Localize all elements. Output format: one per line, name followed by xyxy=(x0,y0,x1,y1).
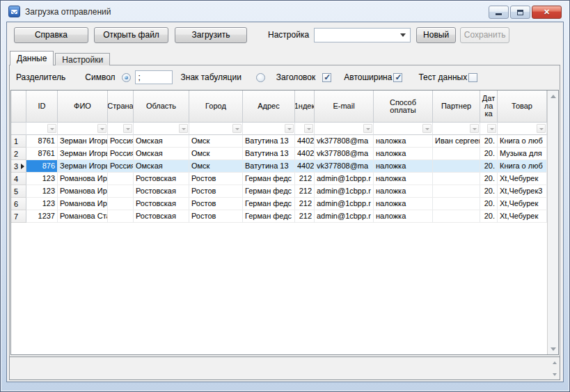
grid-cell[interactable]: 44022 xyxy=(295,135,315,148)
grid-cell[interactable]: Xt,Чебурек3 xyxy=(498,185,547,198)
grid-vscrollbar[interactable] xyxy=(547,91,558,354)
filter-cell[interactable] xyxy=(498,123,547,135)
filter-cell[interactable] xyxy=(315,123,374,135)
row-header[interactable]: 4 xyxy=(11,173,26,185)
filter-dropdown-button[interactable] xyxy=(363,124,372,133)
row-header[interactable]: 2 xyxy=(11,148,26,160)
grid-cell[interactable]: Герман федс xyxy=(243,185,295,198)
filter-cell[interactable] xyxy=(243,123,295,135)
grid-cell[interactable]: Ростовская xyxy=(134,185,189,198)
grid-cell[interactable]: Омск xyxy=(189,160,243,173)
tab-char-radio[interactable] xyxy=(256,73,265,82)
scroll-up-button[interactable] xyxy=(548,91,558,102)
grid-cell[interactable]: Россия xyxy=(108,135,134,148)
grid-cell[interactable]: Романова Ири xyxy=(58,185,108,198)
grid-cell[interactable]: 20. xyxy=(480,160,498,173)
grid-cell[interactable]: Романова Ири xyxy=(58,198,108,210)
filter-cell[interactable] xyxy=(374,123,433,135)
grid-cell[interactable]: Ростов xyxy=(189,198,243,210)
grid-cell[interactable]: Xt,Чебурек xyxy=(498,173,547,185)
grid-cell[interactable]: 8761 xyxy=(26,135,58,148)
row-header[interactable]: 1 xyxy=(11,135,26,148)
grid-cell[interactable]: Герман федс xyxy=(243,198,295,210)
grid-cell[interactable]: vk377808@ma xyxy=(315,160,374,173)
grid-cell[interactable]: Зерман Игорь xyxy=(58,148,108,160)
filter-cell[interactable] xyxy=(189,123,243,135)
column-header[interactable]: Страна xyxy=(108,91,134,123)
grid-cell[interactable] xyxy=(433,210,480,223)
save-button[interactable]: Сохранить xyxy=(460,27,509,43)
grid-cell[interactable]: 20. xyxy=(480,210,498,223)
grid-cell[interactable]: Романова Ири xyxy=(58,173,108,185)
grid-cell[interactable]: 20. xyxy=(480,198,498,210)
grid-cell[interactable]: Россия xyxy=(108,148,134,160)
column-header[interactable]: E-mail xyxy=(315,91,374,123)
grid-cell[interactable]: admin@1cbpp.r xyxy=(315,173,374,185)
grid-cell[interactable]: 876 xyxy=(26,160,58,173)
log-scroll-down-button[interactable] xyxy=(549,370,560,378)
column-header[interactable]: Дат ла ка xyxy=(480,91,498,123)
settings-combobox[interactable] xyxy=(314,28,411,42)
grid-cell[interactable]: 212 xyxy=(295,198,315,210)
grid-cell[interactable]: Омск xyxy=(189,148,243,160)
grid-cell[interactable]: Ростовская xyxy=(134,210,189,223)
grid-cell[interactable]: наложка xyxy=(374,173,433,185)
grid-cell[interactable]: Ростов xyxy=(189,210,243,223)
row-header[interactable]: 7 xyxy=(11,210,26,223)
filter-cell[interactable] xyxy=(26,123,58,135)
grid-cell[interactable] xyxy=(433,173,480,185)
grid-cell[interactable] xyxy=(108,210,134,223)
filter-dropdown-button[interactable] xyxy=(47,124,56,133)
grid-cell[interactable]: Герман федс xyxy=(243,210,295,223)
filter-dropdown-button[interactable] xyxy=(422,124,432,133)
filter-cell[interactable] xyxy=(480,123,498,135)
grid-cell[interactable] xyxy=(433,148,480,160)
column-header[interactable]: Адрес xyxy=(243,91,295,123)
grid-cell[interactable] xyxy=(108,185,134,198)
grid-cell[interactable]: Россия xyxy=(108,160,134,173)
grid-cell[interactable]: Ватутина 13 xyxy=(243,148,295,160)
filter-cell[interactable] xyxy=(58,123,108,135)
grid-cell[interactable]: наложка xyxy=(374,135,433,148)
grid-cell[interactable]: 123 xyxy=(26,173,58,185)
help-button[interactable]: Справка xyxy=(14,27,88,43)
column-header[interactable]: ID xyxy=(26,91,58,123)
grid-cell[interactable]: Романова Ста xyxy=(58,210,108,223)
grid-cell[interactable]: Ростов xyxy=(189,173,243,185)
grid-cell[interactable] xyxy=(108,198,134,210)
grid-cell[interactable]: наложка xyxy=(374,198,433,210)
column-header[interactable]: 1ндек xyxy=(295,91,315,123)
filter-cell[interactable] xyxy=(295,123,315,135)
grid-cell[interactable]: Xt,Чебурек xyxy=(498,198,547,210)
filter-dropdown-button[interactable] xyxy=(304,124,313,133)
tab-dannye[interactable]: Данные xyxy=(10,51,54,65)
filter-cell[interactable] xyxy=(134,123,189,135)
grid-cell[interactable]: Книга о люб xyxy=(498,160,547,173)
grid-cell[interactable] xyxy=(433,160,480,173)
grid-cell[interactable]: Зерман Игорь xyxy=(58,160,108,173)
testdata-checkbox[interactable] xyxy=(468,73,477,82)
minimize-button[interactable] xyxy=(489,6,509,19)
grid-cell[interactable]: 212 xyxy=(295,173,315,185)
grid-cell[interactable]: наложка xyxy=(374,148,433,160)
row-header[interactable]: 6 xyxy=(11,198,26,210)
scroll-down-button[interactable] xyxy=(548,343,558,354)
symbol-radio[interactable] xyxy=(122,73,131,82)
column-header[interactable]: Способ оплаты xyxy=(374,91,433,123)
load-button[interactable]: Загрузить xyxy=(175,27,247,43)
grid-cell[interactable]: Ватутина 13 xyxy=(243,135,295,148)
grid-cell[interactable]: Ростовская xyxy=(134,198,189,210)
filter-cell[interactable] xyxy=(108,123,134,135)
grid-cell[interactable]: 212 xyxy=(295,185,315,198)
filter-dropdown-button[interactable] xyxy=(97,124,106,133)
row-header[interactable]: 5 xyxy=(11,185,26,198)
grid-cell[interactable]: 8761 xyxy=(26,148,58,160)
grid-cell[interactable]: 123 xyxy=(26,185,58,198)
grid-cell[interactable]: Музыка для xyxy=(498,148,547,160)
grid-cell[interactable]: 44022 xyxy=(295,160,315,173)
grid-cell[interactable]: Омская xyxy=(134,135,189,148)
grid-cell[interactable]: admin@1cbpp.r xyxy=(315,210,374,223)
column-header[interactable]: Город xyxy=(189,91,243,123)
filter-dropdown-button[interactable] xyxy=(537,124,546,133)
grid-cell[interactable]: наложка xyxy=(374,160,433,173)
